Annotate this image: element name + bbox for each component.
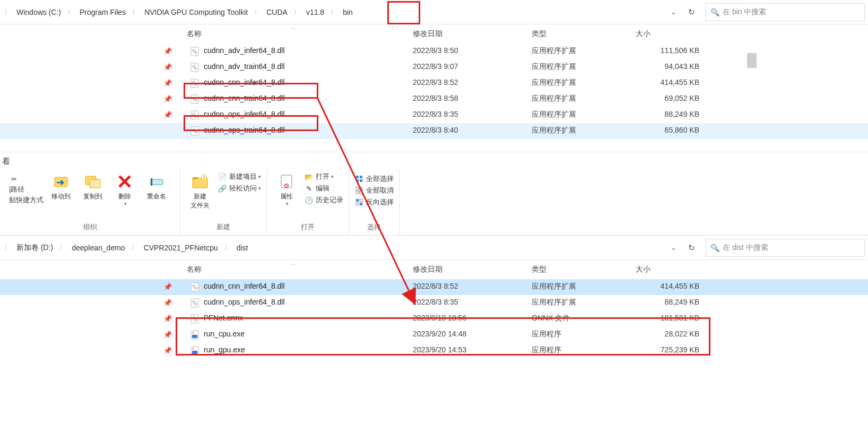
paste-shortcut-button[interactable]: 贴快捷方式 xyxy=(9,195,44,205)
file-row[interactable]: 📌cudnn_adv_infer64_8.dll2022/8/3 8:50应用程… xyxy=(0,44,868,59)
copy-path-button[interactable]: |路径 xyxy=(9,185,44,194)
file-date: 2022/8/3 8:35 xyxy=(413,298,458,306)
file-row[interactable]: 📌cudnn_ops_infer64_8.dll2022/8/3 8:35应用程… xyxy=(0,107,868,123)
file-size: 65,860 KB xyxy=(636,126,699,134)
file-row[interactable]: cudnn_ops_train64_8.dll2022/8/3 8:40应用程序… xyxy=(0,123,868,139)
breadcrumb-history-dropdown[interactable]: ⌄ xyxy=(665,5,682,19)
copy-to-button[interactable]: 复制到 xyxy=(79,171,107,202)
col-date[interactable]: 修改日期 xyxy=(413,260,524,279)
new-item-icon: 📄 xyxy=(218,172,227,181)
group-label-open: 打开 xyxy=(301,222,315,232)
file-row[interactable]: 📌cudnn_cnn_train64_8.dll2022/8/3 8:58应用程… xyxy=(0,91,868,107)
file-date: 2023/9/20 14:48 xyxy=(413,330,466,338)
file-row[interactable]: 📌cudnn_cnn_infer64_8.dll2022/8/3 8:52应用程… xyxy=(0,75,868,91)
properties-button[interactable]: 属性▾ xyxy=(272,171,301,207)
invert-selection-button[interactable]: 反向选择 xyxy=(354,197,394,207)
rename-button[interactable]: 重命名 xyxy=(142,171,171,202)
file-row[interactable]: 📌cudnn_cnn_infer64_8.dll2022/8/3 8:52应用程… xyxy=(0,279,868,295)
file-type: 应用程序扩展 xyxy=(532,110,576,119)
edit-button[interactable]: ✎编辑 xyxy=(304,184,343,193)
refresh-button[interactable]: ↻ xyxy=(682,4,701,20)
col-size[interactable]: 大小 xyxy=(636,24,710,44)
file-size: 111,506 KB xyxy=(636,46,699,55)
delete-icon xyxy=(115,172,134,191)
invert-selection-icon xyxy=(354,197,364,207)
easy-access-button[interactable]: 🔗轻松访问▾ xyxy=(218,184,261,193)
file-icon xyxy=(190,314,199,324)
move-to-button[interactable]: 移动到 xyxy=(47,171,75,202)
file-date: 2022/8/3 8:40 xyxy=(413,126,458,134)
crumb-dist[interactable]: dist xyxy=(231,244,254,252)
select-none-button[interactable]: 全部取消 xyxy=(354,186,394,195)
select-none-icon xyxy=(354,186,364,195)
file-name: cudnn_adv_train64_8.dll xyxy=(204,62,285,71)
file-icon xyxy=(190,110,199,120)
column-headers-1[interactable]: 名称 ︿ 修改日期 类型 大小 xyxy=(0,24,868,44)
crumb-cuda[interactable]: CUDA xyxy=(261,8,293,16)
file-row[interactable]: 📌PFNet.onnx2023/9/18 18:56ONNX 文件181,581… xyxy=(0,311,868,327)
select-all-button[interactable]: 全部选择 xyxy=(354,174,394,184)
col-type[interactable]: 类型 xyxy=(532,24,627,44)
crumb-cvpr2021[interactable]: CVPR2021_PFNetcpu xyxy=(138,244,223,252)
svg-rect-53 xyxy=(192,351,197,354)
col-type[interactable]: 类型 xyxy=(532,260,627,279)
breadcrumb-2[interactable]: 〉 新加卷 (D:)〉 deeplean_demo〉 CVPR2021_PFNe… xyxy=(3,236,682,259)
file-row[interactable]: 📌run_cpu.exe2023/9/20 14:48应用程序28,022 KB xyxy=(0,327,868,343)
crumb-windows-c[interactable]: Windows (C:) xyxy=(11,8,66,16)
move-to-icon xyxy=(51,172,71,191)
crumb-program-files[interactable]: Program Files xyxy=(74,8,131,16)
svg-rect-22 xyxy=(151,178,152,186)
file-icon xyxy=(190,298,199,308)
col-size[interactable]: 大小 xyxy=(636,260,710,279)
file-row[interactable]: 📌cudnn_adv_train64_8.dll2022/8/3 9:07应用程… xyxy=(0,59,868,75)
new-folder-button[interactable]: ✦ 新建 文件夹 xyxy=(186,171,214,211)
svg-rect-28 xyxy=(356,176,359,178)
new-item-button[interactable]: 📄新建项目▾ xyxy=(218,172,261,181)
col-date[interactable]: 修改日期 xyxy=(413,24,524,44)
svg-rect-6 xyxy=(191,79,198,88)
file-size: 69,052 KB xyxy=(636,94,699,102)
file-size: 28,022 KB xyxy=(636,330,699,338)
breadcrumb-bar-1: 〉 Windows (C:)〉 Program Files〉 NVIDIA GP… xyxy=(0,0,868,24)
file-type: 应用程序扩展 xyxy=(532,298,576,307)
svg-rect-9 xyxy=(191,95,198,103)
svg-point-51 xyxy=(192,332,194,334)
svg-rect-29 xyxy=(360,176,362,178)
delete-button[interactable]: 删除▾ xyxy=(110,171,139,207)
search-box-1[interactable]: 🔍 在 bin 中搜索 xyxy=(706,3,865,21)
cut-button[interactable]: ✂ xyxy=(9,174,44,184)
crumb-nvidia-toolkit[interactable]: NVIDIA GPU Computing Toolkit xyxy=(139,8,253,16)
svg-rect-31 xyxy=(360,179,362,182)
search-box-2[interactable]: 🔍 在 dist 中搜索 xyxy=(706,239,865,257)
crumb-bin[interactable]: bin xyxy=(337,8,358,16)
ribbon-group-select: 全部选择 全部取消 反向选择 选择 xyxy=(349,169,400,235)
ribbon-group-organize: ✂ |路径 贴快捷方式 移动到 复制到 删除▾ xyxy=(0,169,180,235)
chevron-right-icon: 〉 xyxy=(131,8,139,16)
chevron-right-icon: 〉 xyxy=(3,8,11,16)
crumb-v118[interactable]: v11.8 xyxy=(301,8,329,16)
open-icon: 📂 xyxy=(304,172,314,181)
column-headers-2[interactable]: 名称 ︿ 修改日期 类型 大小 xyxy=(0,260,868,279)
svg-rect-39 xyxy=(360,203,362,205)
breadcrumb-history-dropdown[interactable]: ⌄ xyxy=(665,240,682,255)
open-button[interactable]: 📂打开▾ xyxy=(304,172,343,181)
history-button[interactable]: 🕑历史记录 xyxy=(304,195,343,205)
file-row[interactable]: 📌run_gpu.exe2023/9/20 14:53应用程序725,239 K… xyxy=(0,343,868,359)
file-size: 414,455 KB xyxy=(636,78,699,86)
pin-icon: 📌 xyxy=(163,111,172,119)
file-name: cudnn_ops_infer64_8.dll xyxy=(204,110,285,118)
copy-to-icon xyxy=(83,172,102,191)
file-type: 应用程序扩展 xyxy=(532,78,576,88)
ribbon-tab-view[interactable]: 看 xyxy=(0,152,868,167)
file-type: 应用程序扩展 xyxy=(532,126,576,135)
sort-indicator-icon: ︿ xyxy=(291,24,296,32)
svg-text:✦: ✦ xyxy=(203,175,206,180)
breadcrumb-1[interactable]: 〉 Windows (C:)〉 Program Files〉 NVIDIA GP… xyxy=(3,0,682,24)
file-row[interactable]: 📌cudnn_ops_infer64_8.dll2022/8/3 8:35应用程… xyxy=(0,295,868,311)
crumb-deeplean-demo[interactable]: deeplean_demo xyxy=(66,244,130,252)
refresh-button[interactable]: ↻ xyxy=(682,240,701,256)
svg-point-54 xyxy=(192,348,194,350)
crumb-d-drive[interactable]: 新加卷 (D:) xyxy=(11,243,58,253)
svg-rect-34 xyxy=(356,191,359,194)
pin-icon: 📌 xyxy=(163,63,172,71)
